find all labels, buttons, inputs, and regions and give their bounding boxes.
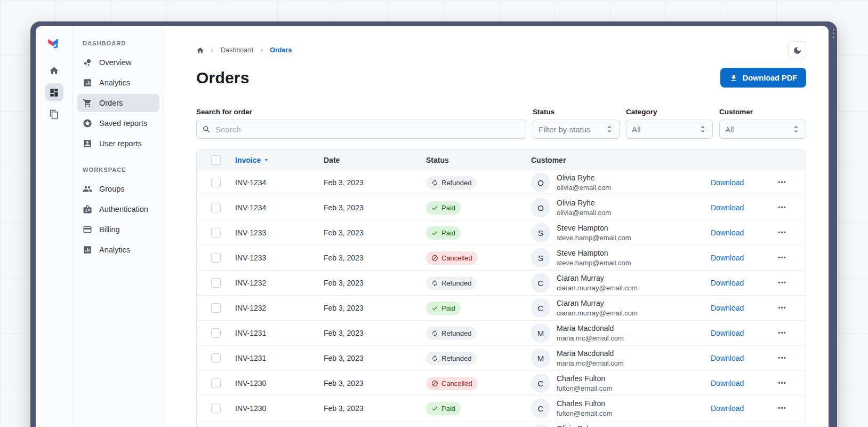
chevron-right-icon [209,47,216,54]
page-title: Orders [196,69,250,87]
select-all-checkbox[interactable] [211,155,221,165]
sidebar-item-authentication[interactable]: Authentication [77,200,159,218]
row-checkbox[interactable] [211,303,221,313]
download-link[interactable]: Download [711,304,744,312]
download-link[interactable]: Download [711,354,744,362]
table-row: INV-1232 Feb 3, 2023 Paid C Ciaran Murra… [197,296,806,321]
rail-dashboard-button[interactable] [45,83,63,101]
bubble-chart-icon [83,58,92,67]
row-checkbox[interactable] [211,328,221,338]
download-icon [729,74,738,82]
autorenew-icon [431,179,438,186]
invoice-cell: INV-1232 [235,304,266,312]
sidebar-item-overview[interactable]: Overview [77,53,159,72]
table-header-row: Invoice Date Status Customer [197,150,806,170]
row-more-button[interactable]: ••• [776,227,789,239]
download-link[interactable]: Download [711,329,744,337]
autorenew-icon [431,355,438,362]
row-checkbox[interactable] [211,353,221,363]
sidebar-item-analytics[interactable]: Analytics [77,74,159,92]
row-checkbox[interactable] [211,253,221,263]
table-row: INV-1233 Feb 3, 2023 Paid S Steve Hampto… [197,220,806,246]
row-more-button[interactable]: ••• [776,377,789,389]
sidebar-item-label: Analytics [99,246,130,254]
status-badge: Paid [426,402,461,415]
breadcrumb-dashboard[interactable]: Dashboard [221,46,253,54]
date-cell: Feb 3, 2023 [324,254,364,262]
moon-icon [793,46,802,55]
rail-layers-button[interactable] [45,105,63,123]
status-filter-value: Filter by status [539,125,605,134]
customer-filter-select[interactable]: All [719,120,806,139]
download-link[interactable]: Download [711,228,744,237]
theme-toggle-button[interactable] [788,41,806,59]
breadcrumb-orders: Orders [270,46,292,54]
avatar: C [531,273,550,292]
download-link[interactable]: Download [711,279,744,287]
sidebar: DASHBOARD Overview Analytics Orders [73,26,164,427]
date-cell: Feb 3, 2023 [324,279,364,287]
sidebar-item-label: Orders [99,99,123,107]
search-label: Search for order [196,108,526,116]
date-cell: Feb 3, 2023 [324,354,364,362]
layers-icon [49,109,59,120]
status-badge: Cancelled [426,251,478,265]
row-more-button[interactable]: ••• [776,302,789,314]
rail-home-button[interactable] [45,61,63,80]
sidebar-item-saved-reports[interactable]: Saved reports [77,114,159,132]
date-cell: Feb 3, 2023 [324,329,364,337]
download-link[interactable]: Download [711,203,744,212]
row-checkbox[interactable] [211,404,221,413]
avatar: S [531,223,550,242]
row-more-button[interactable]: ••• [776,352,789,364]
row-checkbox[interactable] [211,203,221,212]
row-checkbox[interactable] [211,178,221,187]
invoice-cell: INV-1233 [235,228,266,237]
status-filter-select[interactable]: Filter by status [533,120,620,139]
sidebar-item-orders[interactable]: Orders [77,94,159,112]
download-link[interactable]: Download [711,178,744,187]
category-filter-select[interactable]: All [626,120,713,139]
download-pdf-button[interactable]: Download PDF [720,68,806,88]
sidebar-item-user-reports[interactable]: User reports [77,135,159,153]
avatar: O [531,424,550,427]
table-row: INV-1231 Feb 3, 2023 Refunded M Maria Ma… [197,321,806,346]
table-row: INV-1230 Feb 3, 2023 Cancelled C Charles… [197,371,806,396]
groups-icon [83,184,92,194]
customer-name: Olivia Ryhe [557,198,611,208]
row-more-button[interactable]: ••• [776,252,789,264]
row-checkbox[interactable] [211,228,221,238]
row-checkbox[interactable] [211,278,221,288]
invoice-cell: INV-1234 [235,178,266,187]
star-circle-icon [83,118,92,128]
sidebar-item-billing[interactable]: Billing [77,220,159,239]
column-header-invoice[interactable]: Invoice [235,156,324,164]
row-more-button[interactable]: ••• [776,402,789,414]
download-link[interactable]: Download [711,404,744,413]
sidebar-item-analytics-workspace[interactable]: Analytics [77,241,159,259]
status-badge: Paid [426,302,461,315]
app-surface: DASHBOARD Overview Analytics Orders [36,26,829,427]
table-row: INV-1229 Feb 3, 2023 Refunded O Olivia R… [197,421,806,427]
column-header-status: Status [426,156,449,164]
row-more-button[interactable]: ••• [776,202,789,213]
customer-name: Steve Hampton [557,248,631,258]
row-more-button[interactable]: ••• [776,327,789,339]
window-scroll-handle[interactable] [833,29,834,38]
avatar: M [531,323,550,343]
credit-card-icon [83,225,92,234]
search-input[interactable] [215,125,520,134]
home-icon [49,66,59,76]
sidebar-item-groups[interactable]: Groups [77,180,159,198]
download-link[interactable]: Download [711,254,744,262]
orders-table: Invoice Date Status Customer INV-1234 Fe… [196,149,806,427]
row-checkbox[interactable] [211,378,221,388]
download-link[interactable]: Download [711,379,744,388]
unfold-more-icon [605,125,614,133]
breadcrumb: Dashboard Orders [196,46,292,54]
row-more-button[interactable]: ••• [776,177,789,188]
home-icon[interactable] [196,46,204,54]
autorenew-icon [431,280,438,287]
row-more-button[interactable]: ••• [776,277,789,289]
search-control [196,120,526,139]
